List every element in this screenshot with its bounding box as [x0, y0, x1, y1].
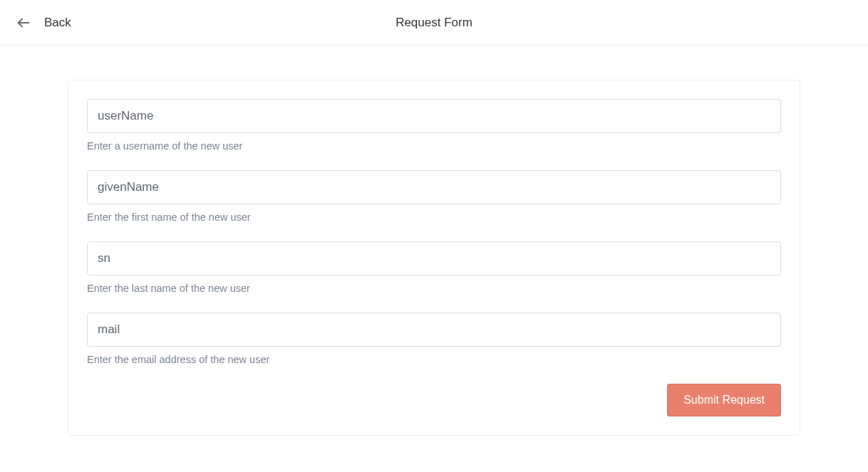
- givenname-field[interactable]: [87, 170, 781, 204]
- mail-field[interactable]: [87, 313, 781, 347]
- request-form-card: Enter a username of the new user Enter t…: [68, 80, 800, 436]
- back-label: Back: [44, 16, 71, 30]
- sn-hint: Enter the last name of the new user: [87, 283, 781, 294]
- back-button[interactable]: Back: [16, 0, 71, 45]
- submit-request-button[interactable]: Submit Request: [667, 384, 781, 416]
- back-arrow-icon: [16, 15, 31, 31]
- top-bar: Back Request Form: [0, 0, 868, 46]
- page-title: Request Form: [396, 16, 472, 30]
- username-field[interactable]: [87, 99, 781, 133]
- username-hint: Enter a username of the new user: [87, 140, 781, 152]
- mail-hint: Enter the email address of the new user: [87, 354, 781, 365]
- givenname-hint: Enter the first name of the new user: [87, 211, 781, 223]
- sn-field[interactable]: [87, 241, 781, 276]
